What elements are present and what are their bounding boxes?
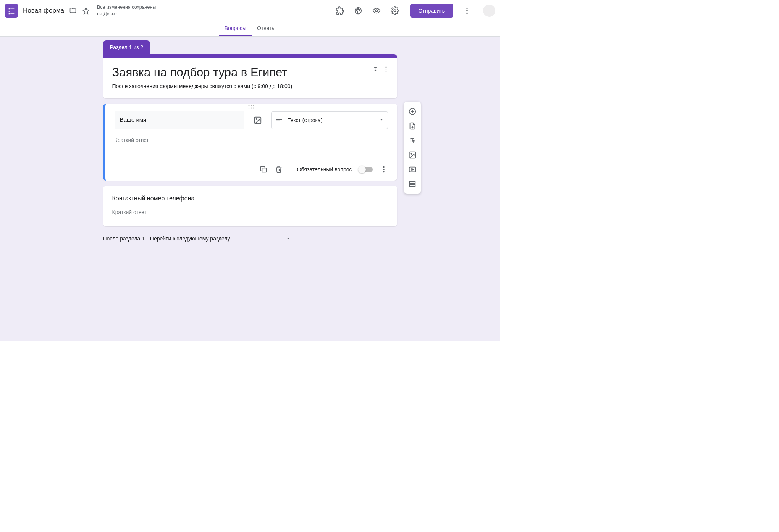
save-status: Все изменения сохранены на Диске — [97, 4, 156, 17]
svg-point-6 — [466, 8, 468, 9]
dropdown-arrow-icon — [286, 236, 291, 241]
question-type-label: Текст (строка) — [288, 117, 375, 123]
collapse-icon[interactable] — [372, 66, 379, 74]
forms-app-icon[interactable] — [5, 4, 18, 18]
add-question-icon[interactable] — [406, 105, 419, 118]
question-more-icon[interactable] — [380, 165, 388, 174]
drag-handle-icon[interactable] — [105, 104, 397, 110]
svg-point-19 — [256, 118, 257, 119]
add-title-icon[interactable]: TT — [406, 134, 419, 147]
canvas: Раздел 1 из 2 Заявка на подбор тура в Ег… — [0, 37, 500, 341]
form-title[interactable]: Заявка на подбор тура в Египет — [112, 66, 388, 79]
add-section-icon[interactable] — [406, 177, 419, 191]
form-title-card[interactable]: Заявка на подбор тура в Египет После зап… — [103, 54, 397, 98]
required-label: Обязательный вопрос — [297, 166, 352, 172]
after-section-row: После раздела 1 Перейти к следующему раз… — [103, 232, 397, 251]
svg-point-10 — [385, 69, 386, 70]
question-text-input[interactable] — [115, 111, 244, 129]
star-icon[interactable] — [82, 6, 90, 15]
card-more-icon[interactable] — [383, 66, 390, 74]
svg-point-23 — [383, 166, 385, 168]
answer-placeholder: Краткий ответ — [115, 137, 221, 145]
duplicate-icon[interactable] — [259, 165, 268, 174]
add-image-icon[interactable] — [250, 112, 266, 128]
svg-rect-22 — [262, 168, 266, 172]
svg-point-1 — [356, 10, 357, 11]
form-description[interactable]: После заполнения формы менеджеры свяжутс… — [112, 83, 388, 89]
svg-point-25 — [383, 171, 385, 173]
preview-icon[interactable] — [370, 4, 383, 18]
svg-rect-20 — [276, 119, 282, 120]
tab-questions[interactable]: Вопросы — [219, 21, 252, 36]
svg-point-4 — [375, 10, 378, 12]
svg-text:T: T — [412, 140, 415, 143]
svg-point-11 — [385, 71, 386, 72]
after-section-select[interactable]: Перейти к следующему разделу — [150, 233, 295, 244]
import-questions-icon[interactable] — [406, 119, 419, 133]
svg-point-24 — [383, 169, 385, 170]
theme-icon[interactable] — [351, 4, 365, 18]
section-badge: Раздел 1 из 2 — [103, 40, 150, 54]
divider — [290, 164, 290, 175]
tab-responses[interactable]: Ответы — [252, 21, 281, 36]
dropdown-arrow-icon — [379, 117, 384, 124]
add-video-icon[interactable] — [406, 163, 419, 176]
question-card[interactable]: Контактный номер телефона Краткий ответ — [103, 186, 397, 226]
svg-point-9 — [385, 66, 386, 68]
folder-icon[interactable] — [69, 6, 77, 15]
answer-placeholder: Краткий ответ — [112, 209, 219, 217]
more-options-icon[interactable] — [460, 4, 474, 18]
svg-point-17 — [253, 108, 254, 109]
svg-point-16 — [251, 108, 252, 109]
required-toggle[interactable] — [359, 167, 373, 172]
svg-rect-21 — [276, 121, 280, 121]
user-avatar[interactable] — [483, 5, 495, 17]
svg-point-8 — [466, 13, 468, 14]
svg-point-13 — [251, 105, 252, 106]
add-image-icon[interactable] — [406, 148, 419, 162]
delete-icon[interactable] — [275, 165, 283, 174]
header: Новая форма Все изменения сохранены на Д… — [0, 0, 500, 21]
svg-rect-33 — [409, 185, 415, 187]
question-card-active[interactable]: Текст (строка) Краткий ответ — [103, 104, 397, 181]
title-accent-bar — [103, 54, 397, 58]
svg-point-7 — [466, 10, 468, 11]
send-button[interactable]: Отправить — [410, 4, 453, 18]
svg-point-15 — [248, 108, 249, 109]
short-text-icon — [275, 116, 283, 124]
question-type-select[interactable]: Текст (строка) — [271, 111, 388, 129]
svg-point-5 — [394, 10, 396, 12]
svg-point-3 — [359, 10, 360, 11]
svg-point-2 — [357, 8, 359, 10]
svg-rect-32 — [409, 182, 415, 184]
question-title[interactable]: Контактный номер телефона — [112, 195, 388, 202]
svg-point-30 — [411, 153, 412, 154]
side-toolbar: TT — [404, 102, 421, 194]
tabs: Вопросы Ответы — [0, 21, 500, 37]
settings-icon[interactable] — [388, 4, 402, 18]
document-title[interactable]: Новая форма — [23, 7, 64, 15]
addons-icon[interactable] — [333, 4, 347, 18]
svg-point-12 — [248, 105, 249, 106]
svg-point-14 — [253, 105, 254, 106]
after-section-label: После раздела 1 — [103, 235, 145, 242]
